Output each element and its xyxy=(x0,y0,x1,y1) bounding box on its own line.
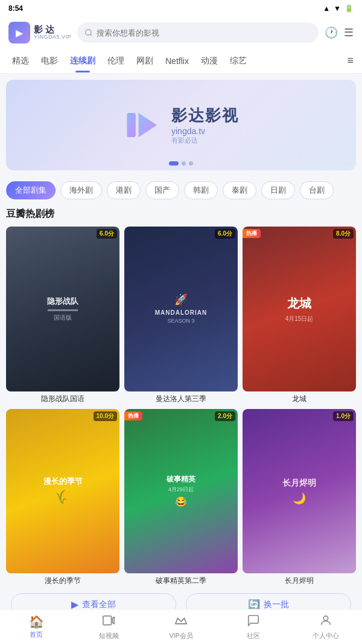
logo-name: 影 达 xyxy=(34,25,71,35)
view-all-label: 查看全部 xyxy=(82,599,116,610)
card-score-2: 6.0分 xyxy=(215,229,235,239)
nav-community[interactable]: 社区 xyxy=(217,610,290,644)
card-wrap-1: 隐形战队 国语版 6.0分 隐形战队国语 xyxy=(6,227,119,404)
genre-tabs: 全部剧集 海外剧 港剧 国产 韩剧 泰剧 日剧 台剧 xyxy=(0,176,362,204)
status-icons: ▲ ▼ 🔋 xyxy=(323,4,354,13)
genre-overseas[interactable]: 海外剧 xyxy=(60,181,102,199)
banner-dots xyxy=(169,161,193,166)
card-title-3: 龙城 xyxy=(243,394,356,404)
card-wrap-2: 🚀 MANDALORIAN SEASON 3 6.0分 曼达洛人第三季 xyxy=(124,227,238,404)
banner-brand-en: yingda.tv xyxy=(171,126,239,136)
svg-marker-5 xyxy=(112,617,114,623)
douban-grid: 隐形战队 国语版 6.0分 隐形战队国语 🚀 MANDALORIAN SEASO… xyxy=(6,227,356,586)
header: 影 达 YINGDA5.VIP 🕐 ☰ xyxy=(0,17,362,48)
tab-lianxuju[interactable]: 连续剧 xyxy=(64,50,101,72)
card-5[interactable]: 破事精英 4月29日起 😂 2.0分 热播 xyxy=(124,409,238,574)
nav-profile[interactable]: 个人中心 xyxy=(290,610,362,644)
refresh-label: 换一批 xyxy=(264,599,289,610)
nav-home[interactable]: 🏠 首页 xyxy=(0,610,72,644)
nav-vip-label: VIP会员 xyxy=(169,631,193,640)
genre-all[interactable]: 全部剧集 xyxy=(6,181,56,199)
svg-point-0 xyxy=(86,30,91,35)
search-bar[interactable] xyxy=(77,22,319,43)
battery-icon: 🔋 xyxy=(345,4,354,13)
svg-marker-6 xyxy=(176,618,186,623)
svg-point-8 xyxy=(323,616,328,620)
tab-zongyi[interactable]: 综艺 xyxy=(224,50,253,72)
nav-more-icon[interactable]: ≡ xyxy=(345,48,356,73)
card-img-6: 长月烬明 🌙 xyxy=(243,409,356,574)
douban-section: 豆瓣热剧榜 隐形战队 国语版 6.0分 隐形战队国语 xyxy=(0,208,362,616)
card-wrap-5: 破事精英 4月29日起 😂 2.0分 热播 破事精英第二季 xyxy=(124,409,238,587)
card-title-5: 破事精英第二季 xyxy=(124,576,238,586)
tab-dongman[interactable]: 动漫 xyxy=(195,50,224,72)
community-icon xyxy=(247,614,260,630)
banner-slogan: 有影必达 xyxy=(171,136,239,145)
status-bar: 8:54 ▲ ▼ 🔋 xyxy=(0,0,362,17)
banner-brand-text: 影达影视 yingda.tv 有影必达 xyxy=(171,105,239,145)
genre-kr[interactable]: 韩剧 xyxy=(184,181,218,199)
banner: 影达影视 yingda.tv 有影必达 xyxy=(6,80,356,170)
svg-rect-4 xyxy=(103,616,112,625)
tab-netflix[interactable]: Netflix xyxy=(159,50,195,72)
banner-dot-active xyxy=(169,161,179,166)
nav-tabs: 精选 电影 连续剧 伦理 网剧 Netflix 动漫 综艺 ≡ xyxy=(0,48,362,74)
douban-title: 豆瓣热剧榜 xyxy=(6,208,356,221)
card-badge-5: 热播 xyxy=(124,411,142,420)
profile-icon xyxy=(319,614,332,630)
genre-cn[interactable]: 国产 xyxy=(145,181,179,199)
banner-brand-cn: 影达影视 xyxy=(171,105,239,126)
nav-community-label: 社区 xyxy=(247,631,260,640)
card-score-3: 8.0分 xyxy=(333,229,354,239)
tab-jingxuan[interactable]: 精选 xyxy=(6,50,35,72)
card-wrap-3: 龙城 4月15日起 8.0分 热播 龙城 xyxy=(243,227,356,404)
svg-rect-2 xyxy=(127,113,135,137)
card-badge-3: 热播 xyxy=(243,229,261,238)
card-img-2: 🚀 MANDALORIAN SEASON 3 xyxy=(124,227,238,391)
history-icon[interactable]: 🕐 xyxy=(325,26,338,39)
card-score-5: 2.0分 xyxy=(215,411,235,421)
card-title-4: 漫长的季节 xyxy=(6,576,119,586)
status-time: 8:54 xyxy=(8,4,23,13)
svg-marker-3 xyxy=(139,113,157,137)
tab-lunli[interactable]: 伦理 xyxy=(101,50,130,72)
card-title-2: 曼达洛人第三季 xyxy=(124,394,238,404)
card-3[interactable]: 龙城 4月15日起 8.0分 热播 xyxy=(243,227,356,391)
nav-shortvideo[interactable]: 短视频 xyxy=(72,610,145,644)
card-6[interactable]: 长月烬明 🌙 1.0分 xyxy=(243,409,356,574)
nav-home-label: 首页 xyxy=(30,630,43,639)
menu-icon[interactable]: ☰ xyxy=(344,26,354,39)
genre-hk[interactable]: 港剧 xyxy=(107,181,141,199)
genre-tw[interactable]: 台剧 xyxy=(300,181,334,199)
nav-shortvideo-label: 短视频 xyxy=(99,631,119,640)
genre-th[interactable]: 泰剧 xyxy=(223,181,256,199)
logo-text: 影 达 YINGDA5.VIP xyxy=(34,25,71,40)
banner-logo-area: 影达影视 yingda.tv 有影必达 xyxy=(123,105,239,145)
card-score-1: 6.0分 xyxy=(97,229,117,239)
home-icon: 🏠 xyxy=(29,614,44,629)
header-icons: 🕐 ☰ xyxy=(325,26,354,39)
card-4[interactable]: 漫长的季节 🌾 10.0分 xyxy=(6,409,119,574)
banner-dot-2 xyxy=(189,161,193,166)
card-wrap-6: 长月烬明 🌙 1.0分 长月烬明 xyxy=(243,409,356,587)
card-img-3: 龙城 4月15日起 xyxy=(243,227,356,391)
search-icon xyxy=(84,28,93,37)
card-title-1: 隐形战队国语 xyxy=(6,394,119,404)
video-icon xyxy=(102,614,115,630)
nav-vip[interactable]: VIP会员 xyxy=(145,610,217,644)
crown-icon xyxy=(174,614,188,630)
card-2[interactable]: 🚀 MANDALORIAN SEASON 3 6.0分 xyxy=(124,227,238,391)
banner-play-icon xyxy=(123,106,162,144)
card-title-6: 长月烬明 xyxy=(243,576,356,586)
card-score-6: 1.0分 xyxy=(333,411,354,421)
signal-icon: ▲ xyxy=(323,4,330,13)
svg-line-1 xyxy=(91,34,92,36)
card-img-1: 隐形战队 国语版 xyxy=(6,227,119,391)
card-score-4: 10.0分 xyxy=(94,411,117,421)
tab-wangju[interactable]: 网剧 xyxy=(130,50,159,72)
tab-dianying[interactable]: 电影 xyxy=(35,50,64,72)
genre-jp[interactable]: 日剧 xyxy=(261,181,295,199)
card-1[interactable]: 隐形战队 国语版 6.0分 xyxy=(6,227,119,391)
search-input[interactable] xyxy=(97,28,311,37)
logo: 影 达 YINGDA5.VIP xyxy=(8,22,71,43)
